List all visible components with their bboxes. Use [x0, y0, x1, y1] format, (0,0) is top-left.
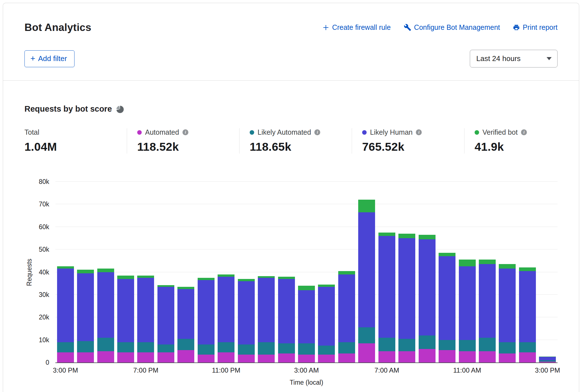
bar-12-00-am-9[interactable]: [238, 182, 255, 362]
segment-automated: [258, 355, 275, 362]
bar-7-00-pm-4[interactable]: [137, 182, 154, 362]
bar-8-00-pm-5[interactable]: [157, 182, 174, 362]
stat-value: 118.52k: [137, 140, 231, 154]
segment-likely-human: [198, 280, 215, 344]
segment-verified-bot: [499, 264, 516, 269]
y-tick-label: 10k: [30, 336, 49, 344]
stat-value: 118.65k: [250, 140, 343, 154]
bar-1-00-am-10[interactable]: [258, 182, 275, 362]
stat-verified-bot: Verified boti41.9k: [464, 128, 535, 154]
configure-bot-management-link[interactable]: Configure Bot Management: [404, 23, 500, 31]
segment-automated: [318, 355, 335, 362]
bar-7-00-am-16[interactable]: [378, 182, 395, 362]
bar-3-00-am-12[interactable]: [298, 182, 315, 362]
segment-verified-bot: [398, 234, 415, 238]
time-range-select[interactable]: Last 24 hours: [470, 50, 558, 67]
segment-automated: [157, 352, 174, 362]
segment-verified-bot: [298, 286, 315, 290]
stat-label: Automated: [145, 128, 179, 136]
segment-verified-bot: [439, 253, 455, 256]
segment-likely-human: [258, 278, 275, 342]
segment-automated: [177, 350, 194, 362]
segment-likely-human: [298, 290, 315, 343]
bar-4-00-am-13[interactable]: [318, 182, 335, 362]
segment-automated: [358, 343, 375, 362]
stat-label: Verified bot: [482, 128, 518, 136]
info-icon[interactable]: i: [416, 129, 422, 135]
action-label: Create firewall rule: [332, 23, 391, 31]
x-tick-label: 3:00 PM: [535, 366, 560, 374]
bar-10-00-am-19[interactable]: [439, 182, 455, 362]
stat-value: 1.04M: [24, 140, 118, 154]
wrench-icon: [404, 24, 411, 31]
segment-likely-human: [77, 273, 94, 341]
stat-automated: Automatedi118.52k: [127, 128, 239, 154]
segment-verified-bot: [358, 200, 375, 212]
segment-verified-bot: [77, 270, 94, 273]
segment-verified-bot: [338, 271, 355, 274]
segment-automated: [198, 355, 215, 362]
bot-analytics-panel: Bot Analytics Create firewall rule Confi…: [3, 3, 579, 392]
chevron-down-icon: [547, 57, 552, 60]
stat-value: 41.9k: [475, 140, 527, 154]
stat-total: Total1.04M: [24, 128, 127, 154]
bar-5-00-am-14[interactable]: [338, 182, 355, 362]
bar-4-00-pm-1[interactable]: [77, 182, 94, 362]
info-icon[interactable]: i: [182, 129, 188, 135]
bar-9-00-pm-6[interactable]: [177, 182, 194, 362]
add-filter-button[interactable]: + Add filter: [24, 50, 75, 67]
segment-automated: [378, 351, 395, 362]
info-icon[interactable]: i: [521, 129, 527, 135]
header-card: Bot Analytics Create firewall rule Confi…: [3, 3, 579, 81]
segment-likely-automated: [358, 327, 375, 343]
segment-automated: [419, 349, 436, 362]
action-label: Print report: [523, 23, 558, 31]
segment-likely-automated: [157, 344, 174, 352]
bar-9-00-am-18[interactable]: [419, 182, 436, 362]
stats-row: Total1.04MAutomatedi118.52kLikely Automa…: [24, 128, 558, 154]
x-tick-label: 3:00 PM: [53, 366, 78, 374]
section-title: Requests by bot score: [24, 104, 112, 114]
segment-likely-human: [499, 269, 516, 342]
bar-1-00-pm-22[interactable]: [499, 182, 516, 362]
segment-likely-human: [519, 271, 536, 342]
segment-likely-human: [117, 279, 134, 342]
x-tick-label: 11:00 AM: [453, 366, 481, 374]
bar-11-00-am-20[interactable]: [459, 182, 476, 362]
segment-likely-human: [398, 238, 415, 339]
print-report-link[interactable]: Print report: [513, 23, 558, 31]
bar-3-00-pm-24[interactable]: [539, 182, 556, 362]
x-axis-title: Time (local): [55, 379, 558, 386]
bar-2-00-pm-23[interactable]: [519, 182, 536, 362]
segment-verified-bot: [419, 235, 436, 239]
bar-6-00-am-15[interactable]: [358, 182, 375, 362]
bar-11-00-pm-8[interactable]: [218, 182, 234, 362]
segment-verified-bot: [479, 260, 496, 264]
legend-dot-likely-automated: [250, 130, 254, 135]
bar-5-00-pm-2[interactable]: [97, 182, 114, 362]
info-icon[interactable]: i: [314, 129, 320, 135]
segment-likely-human: [218, 277, 234, 342]
y-tick-label: 60k: [30, 223, 49, 231]
segment-automated: [77, 352, 94, 362]
bar-2-00-am-11[interactable]: [278, 182, 295, 362]
segment-likely-automated: [218, 342, 234, 352]
segment-automated: [479, 351, 496, 362]
segment-likely-automated: [77, 341, 94, 352]
segment-verified-bot: [117, 276, 134, 279]
segment-likely-human: [338, 274, 355, 342]
bar-12-00-pm-21[interactable]: [479, 182, 496, 362]
bar-10-00-pm-7[interactable]: [198, 182, 215, 362]
create-firewall-rule-link[interactable]: Create firewall rule: [322, 23, 391, 31]
bar-3-00-pm-0[interactable]: [57, 182, 74, 362]
x-tick-label: 7:00 AM: [375, 366, 399, 374]
segment-automated: [499, 353, 516, 362]
segment-verified-bot: [137, 276, 154, 278]
plus-icon: [322, 24, 329, 31]
segment-likely-human: [177, 289, 194, 339]
bar-8-00-am-17[interactable]: [398, 182, 415, 362]
segment-automated: [459, 351, 476, 362]
add-filter-label: Add filter: [38, 54, 67, 63]
bar-6-00-pm-3[interactable]: [117, 182, 134, 362]
segment-likely-automated: [278, 343, 295, 353]
